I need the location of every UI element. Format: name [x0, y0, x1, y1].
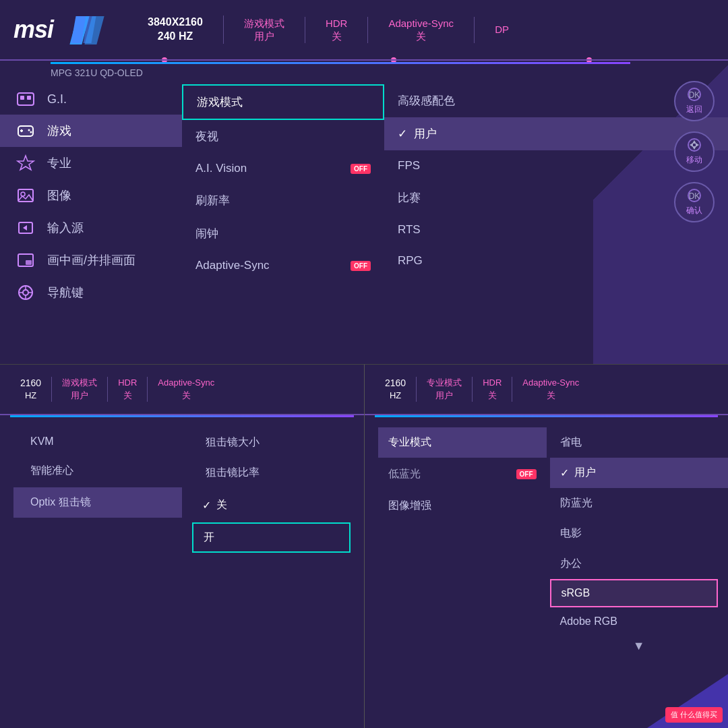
menu-label-adaptive: Adaptive-Sync [195, 259, 270, 272]
br-res-text: 2160 [385, 377, 406, 390]
sidebar-item-input[interactable]: 输入源 [0, 212, 182, 244]
sidebar-item-image[interactable]: 图像 [0, 179, 182, 212]
menu-label-game-mode: 游戏模式 [197, 94, 243, 110]
bl-right-col: 狙击镜大小 狙击镜比率 ✓ 关 开 [182, 427, 364, 553]
menu-item-adaptive[interactable]: Adaptive-Sync OFF [182, 250, 384, 281]
menu-label-ai: A.I. Vision [195, 162, 247, 175]
right-label-fps: FPS [398, 159, 420, 173]
br-adaptive: Adaptive-Sync 关 [512, 377, 589, 401]
br-game-mode: 专业模式 用户 [417, 377, 473, 401]
down-arrow-icon: ▼ [550, 636, 729, 657]
svg-marker-26 [696, 143, 699, 147]
br-enhance[interactable]: 图像增强 [378, 491, 547, 521]
nav-icon [13, 281, 37, 305]
bl-kvm[interactable]: KVM [13, 427, 182, 456]
input-icon [13, 216, 37, 240]
hdr-item: HDR 关 [305, 17, 369, 43]
hdr-value: 关 [332, 30, 342, 43]
sidebar-item-pro[interactable]: 专业 [0, 147, 182, 179]
bl-smart[interactable]: 智能准心 [13, 456, 182, 486]
bl-sub-header: 2160 HZ 游戏模式 用户 HDR 关 Adaptive-Sync 关 [0, 365, 364, 415]
bl-game-mode: 游戏模式 用户 [52, 377, 108, 401]
br-hdr-label: HDR [483, 377, 502, 389]
bl-scope-size[interactable]: 狙击镜大小 [189, 427, 364, 458]
bl-hz: HZ [25, 390, 36, 402]
menu-item-game-mode[interactable]: 游戏模式 [182, 84, 384, 120]
br-anti-blue[interactable]: 防蓝光 [550, 488, 729, 518]
right-label-rts: RTS [398, 223, 421, 237]
bl-scope-ratio[interactable]: 狙击镜比率 [189, 458, 364, 488]
sidebar-label-nav: 导航键 [47, 284, 84, 301]
main-content: G.I. 游戏 [0, 78, 728, 364]
move-button[interactable]: 移动 [674, 131, 715, 172]
back-button[interactable]: DK 返回 [674, 81, 715, 121]
bl-on-item[interactable]: 开 [192, 522, 351, 553]
svg-text:DK: DK [689, 90, 700, 100]
svg-rect-2 [27, 96, 31, 100]
br-user[interactable]: ✓ 用户 [550, 458, 729, 488]
menu-item-night[interactable]: 夜视 [182, 120, 384, 153]
menu-item-refresh[interactable]: 刷新率 [182, 184, 384, 217]
msi-logo: msi [13, 16, 53, 44]
svg-rect-1 [20, 96, 24, 100]
bl-hdr-value: 关 [123, 390, 132, 402]
menu-item-alarm[interactable]: 闹钟 [182, 217, 384, 250]
br-adobe-rgb[interactable]: Adobe RGB [550, 607, 729, 636]
gi-icon [13, 88, 37, 111]
menu-label-alarm: 闹钟 [195, 226, 218, 241]
svg-point-10 [21, 192, 25, 196]
svg-point-6 [28, 129, 30, 131]
br-as-label: Adaptive-Sync [522, 377, 579, 389]
br-gm-value: 用户 [435, 390, 453, 402]
right-label-advanced: 高级感配色 [398, 93, 455, 109]
br-hz: HZ [390, 390, 401, 402]
bl-gm-label: 游戏模式 [62, 377, 97, 389]
svg-point-15 [23, 290, 28, 295]
bottom-row: 2160 HZ 游戏模式 用户 HDR 关 Adaptive-Sync 关 KV… [0, 364, 728, 728]
sidebar-label-input: 输入源 [47, 220, 84, 236]
br-low-blue[interactable]: 低蓝光 OFF [378, 459, 547, 489]
resolution-item: 3840X2160 240 HZ [127, 16, 224, 44]
svg-marker-25 [690, 143, 693, 147]
svg-rect-13 [26, 260, 32, 265]
watermark: 值 什么值得买 [665, 707, 723, 723]
confirm-button[interactable]: DK 确认 [674, 182, 715, 222]
br-save[interactable]: 省电 [550, 427, 729, 458]
right-item-rpg[interactable]: RPG [384, 245, 728, 276]
br-office[interactable]: 办公 [550, 549, 729, 579]
adaptive-sync-label: Adaptive-Sync [388, 17, 454, 30]
br-content: 专业模式 低蓝光 OFF 图像增强 省电 ✓ 用户 [365, 417, 728, 657]
adaptive-off-badge: OFF [351, 261, 371, 271]
move-label: 移动 [686, 154, 702, 166]
br-pro-mode[interactable]: 专业模式 [378, 427, 547, 458]
right-label-race: 比赛 [398, 190, 421, 206]
sidebar-label-pro: 专业 [47, 155, 71, 171]
sidebar-item-game[interactable]: 游戏 [0, 115, 182, 147]
game-icon [13, 119, 37, 143]
sidebar-item-gi[interactable]: G.I. [0, 84, 182, 115]
br-hdr-value: 关 [488, 390, 497, 402]
header-info: 3840X2160 240 HZ 游戏模式 用户 HDR 关 Adaptive-… [127, 16, 715, 44]
adaptive-sync-item: Adaptive-Sync 关 [368, 17, 475, 43]
bl-optix[interactable]: Optix 狙击镜 [13, 487, 182, 518]
bl-res-text: 2160 [20, 377, 41, 390]
sidebar-item-pip[interactable]: 画中画/并排画面 [0, 244, 182, 276]
br-as-value: 关 [547, 390, 555, 402]
sidebar-label-pip: 画中画/并排画面 [47, 252, 135, 268]
br-movie[interactable]: 电影 [550, 518, 729, 549]
hz-text: 240 HZ [158, 30, 193, 44]
menu-label-refresh: 刷新率 [195, 193, 230, 208]
br-srgb[interactable]: sRGB [550, 579, 719, 607]
sidebar-item-nav[interactable]: 导航键 [0, 276, 182, 309]
bottom-right-panel: 2160 HZ 专业模式 用户 HDR 关 Adaptive-Sync 关 专业… [364, 364, 728, 728]
right-label-rpg: RPG [398, 254, 423, 268]
right-label-user: 用户 [414, 126, 437, 142]
port-label: DP [495, 23, 509, 36]
bl-off-item[interactable]: ✓ 关 [192, 491, 357, 519]
pip-icon [13, 249, 37, 272]
sidebar-label-game: 游戏 [47, 123, 71, 139]
bl-left-col: KVM 智能准心 Optix 狙击镜 [0, 427, 182, 553]
bl-as-label: Adaptive-Sync [158, 377, 214, 389]
menu-item-ai[interactable]: A.I. Vision OFF [182, 153, 384, 184]
svg-text:DK: DK [689, 191, 700, 201]
